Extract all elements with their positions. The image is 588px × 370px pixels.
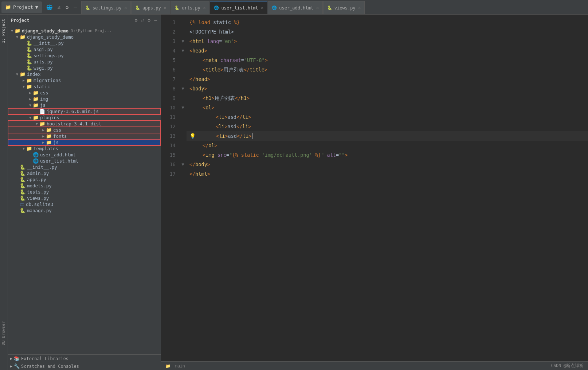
- tab-close-user-add[interactable]: ✕: [316, 5, 319, 10]
- tree-arrow-inner-root: ▼: [15, 35, 20, 39]
- code-line-15: <img src="{% static 'img/default.png' %}…: [187, 150, 588, 160]
- tab-views[interactable]: 🐍 views.py ✕: [323, 1, 365, 14]
- tree-item-index[interactable]: ▼ 📁 index: [8, 71, 161, 77]
- panel-icon-expand[interactable]: ⇄: [141, 17, 145, 24]
- scratches-header[interactable]: ▶ 🔧 Scratches and Consoles: [8, 362, 161, 370]
- tab-close-views[interactable]: ✕: [358, 5, 361, 10]
- settings-icon[interactable]: ⚙: [64, 4, 70, 11]
- tree-item-templates[interactable]: ▼ 📁 templates: [8, 145, 161, 152]
- bulb-icon[interactable]: 💡: [189, 131, 196, 141]
- code-token: static: [241, 150, 259, 160]
- fold-10[interactable]: ▼: [179, 103, 187, 112]
- code-token: html: [192, 36, 204, 46]
- tab-urls[interactable]: 🐍 urls.py ✕: [170, 1, 209, 14]
- panel-icon-close[interactable]: —: [153, 17, 158, 24]
- tree-item-bs-fonts[interactable]: ▶ 📁 fonts: [8, 133, 161, 139]
- nav-icon-1[interactable]: 🌐: [45, 4, 54, 11]
- tree-item-migrations[interactable]: ▶ 📁 migrations: [8, 77, 161, 83]
- tree-label-bs-js: js: [53, 140, 59, 145]
- tree-arrow-bs-js: ▶: [41, 140, 46, 144]
- nav-icon-2[interactable]: ⇄: [56, 4, 62, 11]
- py-icon-tests: 🐍: [20, 189, 26, 195]
- arrow-scratches: ▶: [10, 364, 12, 368]
- code-panel[interactable]: {% load static %} <!DOCTYPE html> <html …: [187, 15, 588, 361]
- tree-item-db[interactable]: 🗃 db.sqlite3: [8, 201, 161, 207]
- tab-close-settings[interactable]: ✕: [124, 5, 127, 10]
- line-num-7: 7: [161, 74, 176, 84]
- tree-item-urls[interactable]: 🐍 urls.py: [8, 59, 161, 65]
- tree-item-static[interactable]: ▼ 📁 static: [8, 83, 161, 90]
- tab-settings[interactable]: 🐍 settings.py ✕: [81, 1, 131, 14]
- tree-item-views[interactable]: 🐍 views.py: [8, 195, 161, 201]
- tree-item-user-add-html[interactable]: 🌐 user_add.html: [8, 152, 161, 158]
- tree-label-init-inner: __init__.py: [34, 40, 64, 46]
- tab-close-urls[interactable]: ✕: [203, 5, 206, 10]
- tree-label-urls: urls.py: [34, 59, 53, 65]
- fold-4[interactable]: ▼: [179, 46, 187, 55]
- tree-label-migrations: migrations: [34, 78, 61, 83]
- fold-1: [179, 17, 187, 27]
- code-token: <: [216, 112, 219, 122]
- code-token: %}: [234, 17, 240, 27]
- sidebar-label-dbbrowser[interactable]: DB Browser: [0, 318, 8, 348]
- tree-label-settings: settings.py: [34, 53, 64, 58]
- tree-root[interactable]: ▼ 📁 django_study_demo D:\Python_Proj...: [8, 28, 161, 34]
- project-selector[interactable]: 📁 Project ▼: [1, 1, 42, 13]
- tree-item-bs-js[interactable]: ▶ 📁 js: [8, 139, 161, 145]
- tree-item-css[interactable]: ▶ 📁 css: [8, 90, 161, 96]
- folder-icon-root: 📁: [15, 28, 20, 34]
- close-icon[interactable]: —: [72, 4, 78, 11]
- code-token: html: [195, 169, 207, 179]
- panel-icon-gear[interactable]: ⚙: [134, 17, 138, 24]
- tree-item-bs-css[interactable]: ▶ 📁 css: [8, 127, 161, 133]
- line-num-8: 8: [161, 84, 176, 93]
- tree-item-settings[interactable]: 🐍 settings.py: [8, 52, 161, 59]
- tree-item-img[interactable]: ▶ 📁 img: [8, 96, 161, 102]
- tree-label-js: js: [40, 102, 46, 108]
- code-token: "UTF-8": [244, 55, 265, 65]
- tree-arrow-bs-fonts: ▶: [41, 134, 46, 138]
- code-token: %}: [315, 150, 321, 160]
- panel-icon-settings[interactable]: ⚙: [147, 17, 151, 24]
- tree-item-models[interactable]: 🐍 models.py: [8, 183, 161, 189]
- code-token: "": [339, 150, 345, 160]
- tab-apps[interactable]: 🐍 apps.py ✕: [131, 1, 170, 14]
- tree-item-js[interactable]: ▼ 📁 js: [8, 102, 161, 108]
- tree-item-plugins[interactable]: ▼ 📁 plugins: [8, 114, 161, 121]
- tree-item-apps[interactable]: 🐍 apps.py: [8, 176, 161, 183]
- tab-close-apps[interactable]: ✕: [164, 5, 166, 10]
- tree-item-bootstrap[interactable]: ▼ 📁 bootstrap-3.4.1-dist: [8, 121, 161, 127]
- external-libraries-header[interactable]: ▶ 📚 External Libraries: [8, 355, 161, 362]
- fold-11: [179, 112, 187, 122]
- fold-12: [179, 122, 187, 131]
- main-area: 1: Project DB Browser Project ⚙ ⇄ ⚙ — ▼ …: [0, 15, 588, 370]
- tree-item-admin[interactable]: 🐍 admin.py: [8, 170, 161, 176]
- tab-user-add[interactable]: 🌐 user_add.html ✕: [268, 1, 323, 14]
- tree-item-asgi[interactable]: 🐍 asgi.py: [8, 46, 161, 52]
- code-token: </: [189, 169, 195, 179]
- code-line-17: </html>: [187, 169, 588, 179]
- sidebar-label-project[interactable]: 1: Project: [0, 16, 8, 46]
- tree-item-user-list-html[interactable]: 🌐 user_list.html: [8, 158, 161, 164]
- tree-label-init: __init__.py: [27, 164, 57, 170]
- tree-item-jquery[interactable]: 📄 jquery-3.6.0.min.js: [8, 108, 161, 114]
- tree-item-inner-root[interactable]: ▼ 📁 django_study_demo: [8, 34, 161, 40]
- tree-item-init-inner[interactable]: 🐍 __init__.py: [8, 40, 161, 46]
- fold-8[interactable]: ▼: [179, 84, 187, 93]
- js-icon-jquery: 📄: [39, 109, 45, 114]
- tree-item-manage[interactable]: 🐍 manage.py: [8, 207, 161, 214]
- tree-item-tests[interactable]: 🐍 tests.py: [8, 189, 161, 195]
- code-token: <: [203, 65, 205, 74]
- tab-icon-py2: 🐍: [135, 5, 140, 10]
- line-num-4: 4: [161, 46, 176, 55]
- fold-3[interactable]: ▼: [179, 36, 187, 46]
- tree-item-init[interactable]: 🐍 __init__.py: [8, 164, 161, 170]
- fold-14: [179, 141, 187, 150]
- line-num-16: 16: [161, 160, 176, 169]
- fold-16[interactable]: ▼: [179, 160, 187, 169]
- tab-close-user-list[interactable]: ✕: [261, 5, 264, 10]
- tree-item-wsgi[interactable]: 🐍 wsgi.py: [8, 65, 161, 71]
- tab-user-list[interactable]: 🌐 user_list.html ✕: [210, 1, 267, 14]
- tree-label-index: index: [27, 71, 41, 77]
- code-line-13: 💡 <li>asd</li>: [187, 131, 588, 141]
